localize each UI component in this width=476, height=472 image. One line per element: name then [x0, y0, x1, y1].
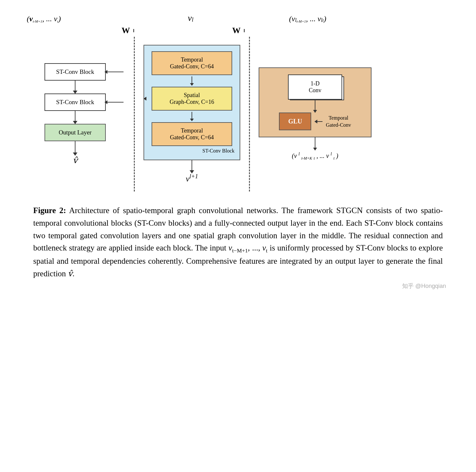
- right-outer-box: 1-D Conv GLU: [259, 67, 372, 137]
- st-conv-blue-box: Temporal Gated-Conv, C=64 Spatial: [144, 45, 240, 160]
- mid-panel: Temporal Gated-Conv, C=64 Spatial: [139, 45, 245, 184]
- mid-top-label: v l: [137, 13, 244, 23]
- v-hat-label: v̂: [73, 155, 78, 165]
- arrow-into-block1: [104, 70, 124, 74]
- temporal-gated-conv-right: Temporal Gated-Conv: [326, 114, 351, 128]
- right-arrow-down-final: [315, 137, 315, 150]
- left-top-label: ( v t-M+1 , ... v t ): [24, 15, 133, 23]
- mid-arrow-down: [192, 160, 192, 173]
- right-bottom-label: (v l t-M+K t , ... v l t ): [292, 152, 338, 161]
- right-top-label: (v l t-M+1 , ... v l t ): [248, 15, 367, 23]
- output-layer: Output Layer: [45, 124, 106, 141]
- arrow-into-glu: [314, 120, 322, 123]
- watermark: 知乎 @Hongqian: [402, 282, 446, 290]
- arrow-down-1: [75, 81, 75, 93]
- temporal-gated-conv-1: Temporal Gated-Conv, C=64: [152, 51, 232, 75]
- diagram-area: ( v t-M+1 , ... v t ) v l (v l t-M+1 , .…: [20, 13, 456, 192]
- figure-container: ( v t-M+1 , ... v t ) v l (v l t-M+1 , .…: [19, 13, 457, 280]
- glu-row: GLU Temporal Gated-Conv: [279, 113, 351, 130]
- glu-box: GLU: [279, 113, 311, 130]
- spatial-graph-conv: Spatial Graph-Conv, C=16: [152, 87, 232, 111]
- arrow-down-2: [75, 111, 75, 124]
- arrow-into-block2: [104, 100, 124, 104]
- mid-arrow-2: [192, 112, 192, 121]
- st-conv-block-2: ST-Conv Block: [45, 93, 106, 111]
- arrow-into-spatial: [144, 97, 146, 101]
- st-conv-block-2-row: ST-Conv Block: [45, 93, 106, 111]
- spatial-row: Spatial Graph-Conv, C=16: [149, 87, 234, 111]
- dashed-line-2: [249, 37, 250, 192]
- figure-label: Figure 2:: [33, 206, 66, 215]
- st-conv-block-1-row: ST-Conv Block: [45, 63, 106, 81]
- st-conv-block-label: ST-Conv Block: [203, 148, 234, 154]
- st-conv-block-1: ST-Conv Block: [45, 63, 106, 81]
- mid-arrow-1: [192, 76, 192, 85]
- right-arrow-down-1: [315, 100, 315, 113]
- figure-caption: Figure 2: Architecture of spatio-tempora…: [30, 204, 446, 280]
- dashed-line-1: [134, 37, 135, 192]
- left-panel: ST-Conv Block ST-Conv Block: [20, 60, 130, 169]
- temporal-gated-conv-2: Temporal Gated-Conv, C=64: [152, 122, 232, 146]
- right-panel: 1-D Conv GLU: [254, 67, 376, 161]
- w-label-left: W: [24, 26, 133, 35]
- arrow-down-3: [75, 141, 75, 155]
- conv-1d-container: 1-D Conv: [288, 74, 342, 100]
- conv-1d-box: 1-D Conv: [288, 74, 342, 100]
- mid-bottom-label: vl+1: [186, 173, 198, 184]
- w-label-mid: W: [137, 26, 244, 35]
- main-diagram-row: ST-Conv Block ST-Conv Block: [20, 37, 456, 192]
